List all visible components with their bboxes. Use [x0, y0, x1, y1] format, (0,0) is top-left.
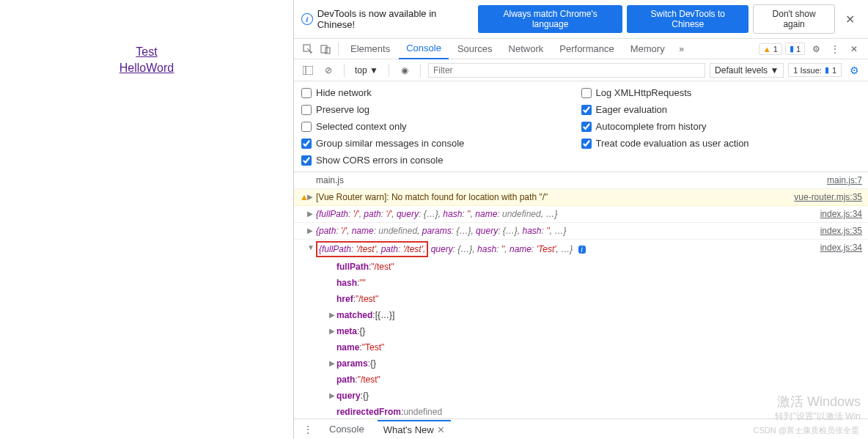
log-row[interactable]: ▶ {fullPath: '/', path: '/', query: {…},…	[294, 206, 868, 223]
warn-count: 1	[773, 45, 778, 54]
drawer-tab-whatsnew[interactable]: What's New✕	[378, 420, 451, 438]
source-link[interactable]: vue-router.mjs:35	[787, 191, 862, 204]
divider	[344, 64, 345, 77]
always-match-button[interactable]: Always match Chrome's language	[478, 5, 622, 33]
svg-rect-3	[303, 66, 313, 75]
close-devtools-icon[interactable]: ✕	[846, 41, 862, 57]
tab-console[interactable]: Console	[399, 38, 449, 59]
object-property[interactable]: fullPath: "/test"	[294, 259, 868, 275]
info-badge-icon[interactable]: i	[578, 246, 586, 254]
check-group-similar[interactable]: Group similar messages in console	[301, 135, 581, 152]
nested-object: fullPath: "/test"hash: ""href: "/test"▶m…	[294, 259, 868, 418]
filter-input[interactable]	[428, 63, 705, 78]
devtools-panel: i DevTools is now available in Chinese! …	[293, 0, 868, 439]
page-viewport: Test HelloWord	[0, 0, 293, 439]
log-text: {fullPath: '/', path: '/', query: {…}, h…	[316, 207, 813, 221]
msg-count: 1	[796, 45, 801, 54]
svg-rect-1	[321, 45, 327, 53]
issue-label: 1 Issue:	[793, 66, 822, 75]
issues-badge[interactable]: 1 Issue: ▮ 1	[788, 63, 842, 77]
source-link[interactable]: index.js:34	[813, 241, 862, 257]
console-toolbar: ⊘ top ▼ ◉ Default levels ▼ 1 Issue: ▮ 1 …	[294, 59, 868, 81]
tab-memory[interactable]: Memory	[623, 39, 672, 59]
check-eager-eval[interactable]: Eager evaluation	[581, 101, 861, 118]
log-row-expanded[interactable]: ▼ {fullPath: '/test', path: '/test', que…	[294, 240, 868, 259]
object-property[interactable]: ▶params: {}	[294, 355, 868, 372]
settings-icon[interactable]: ⚙	[808, 41, 824, 57]
live-expression-icon[interactable]: ◉	[397, 62, 413, 78]
messages-badge[interactable]: ▮1	[785, 43, 805, 55]
csdn-watermark: CSDN @富士康质检员张全蛋	[754, 425, 859, 436]
expand-arrow-icon[interactable]: ▶	[307, 224, 313, 237]
issue-count: 1	[832, 66, 836, 75]
context-selector[interactable]: top ▼	[352, 64, 381, 77]
page-link-test[interactable]: Test	[0, 44, 293, 60]
log-text: [Vue Router warn]: No match found for lo…	[316, 191, 787, 204]
log-text: {path: '/', name: undefined, params: {…}…	[316, 224, 813, 237]
sidebar-toggle-icon[interactable]	[300, 62, 316, 78]
info-icon: i	[301, 13, 313, 25]
check-log-xhr[interactable]: Log XMLHttpRequests	[581, 84, 861, 101]
object-property[interactable]: ▶meta: {}	[294, 323, 868, 339]
log-text: {fullPath: '/test', path: '/test', query…	[316, 241, 813, 257]
dont-show-button[interactable]: Don't show again	[753, 4, 835, 34]
log-row[interactable]: main.js main.js:7	[294, 172, 868, 189]
log-text: main.js	[316, 174, 820, 187]
console-output: main.js main.js:7 ▲ ▶ [Vue Router warn]:…	[294, 172, 868, 418]
object-property[interactable]: path: "/test"	[294, 372, 868, 388]
more-tabs-icon[interactable]: »	[674, 41, 690, 57]
language-banner: i DevTools is now available in Chinese! …	[294, 0, 868, 39]
check-hide-network[interactable]: Hide network	[301, 84, 581, 101]
source-link[interactable]: main.js:7	[820, 174, 862, 187]
close-banner-icon[interactable]: ✕	[839, 11, 861, 28]
console-settings-checks: Hide network Preserve log Selected conte…	[294, 81, 868, 172]
object-property[interactable]: hash: ""	[294, 275, 868, 291]
drawer-tab-console[interactable]: Console	[323, 421, 370, 438]
banner-text: DevTools is now available in Chinese!	[317, 8, 474, 30]
tab-performance[interactable]: Performance	[552, 39, 621, 59]
issue-icon: ▮	[825, 65, 829, 75]
check-preserve-log[interactable]: Preserve log	[301, 101, 581, 118]
drawer-menu-icon[interactable]: ⋮	[300, 421, 316, 438]
object-property[interactable]: ▶matched: [{…}]	[294, 307, 868, 323]
warnings-badge[interactable]: ▲1	[759, 43, 782, 55]
expand-arrow-icon[interactable]: ▶	[307, 191, 313, 204]
log-levels-select[interactable]: Default levels ▼	[710, 63, 784, 78]
console-settings-icon[interactable]: ⚙	[846, 62, 862, 78]
check-show-cors[interactable]: Show CORS errors in console	[301, 152, 581, 169]
check-selected-context[interactable]: Selected context only	[301, 118, 581, 135]
message-icon: ▮	[790, 44, 794, 54]
switch-chinese-button[interactable]: Switch DevTools to Chinese	[627, 5, 749, 33]
object-property[interactable]: redirectedFrom: undefined	[294, 404, 868, 418]
highlight-box: {fullPath: '/test', path: '/test',	[316, 241, 428, 257]
source-link[interactable]: index.js:34	[813, 207, 862, 221]
inspect-icon[interactable]	[300, 41, 316, 57]
device-icon[interactable]	[317, 41, 334, 57]
source-link[interactable]: index.js:35	[813, 224, 862, 237]
log-row[interactable]: ▶ {path: '/', name: undefined, params: {…	[294, 223, 868, 240]
more-menu-icon[interactable]: ⋮	[827, 41, 843, 57]
close-tab-icon[interactable]: ✕	[437, 424, 445, 435]
clear-console-icon[interactable]: ⊘	[320, 62, 336, 78]
expand-arrow-icon[interactable]: ▶	[307, 207, 313, 221]
warning-icon: ▲	[763, 45, 771, 54]
object-property[interactable]: ▶query: {}	[294, 388, 868, 404]
tab-network[interactable]: Network	[501, 39, 551, 59]
page-link-hello[interactable]: HelloWord	[0, 60, 293, 76]
main-tabs: Elements Console Sources Network Perform…	[294, 39, 868, 59]
check-treat-code[interactable]: Treat code evaluation as user action	[581, 135, 861, 152]
object-property[interactable]: name: "Test"	[294, 339, 868, 355]
tab-elements[interactable]: Elements	[343, 39, 397, 59]
divider	[338, 43, 339, 56]
log-row-warning[interactable]: ▲ ▶ [Vue Router warn]: No match found fo…	[294, 189, 868, 206]
divider	[389, 64, 389, 77]
divider	[420, 64, 421, 77]
object-property[interactable]: href: "/test"	[294, 291, 868, 307]
tab-sources[interactable]: Sources	[450, 39, 500, 59]
collapse-arrow-icon[interactable]: ▼	[307, 241, 315, 254]
check-autocomplete[interactable]: Autocomplete from history	[581, 118, 861, 135]
